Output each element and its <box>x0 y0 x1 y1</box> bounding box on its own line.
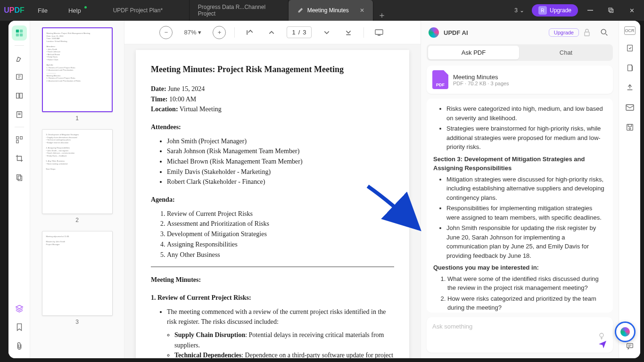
titlebar-right: 3 ⌄ R Upgrade ✕ <box>511 3 644 17</box>
svg-rect-3 <box>16 30 18 33</box>
ai-logo-icon <box>620 327 630 337</box>
convert-icon[interactable] <box>623 41 636 55</box>
tool-thumbnails[interactable] <box>12 25 27 41</box>
ai-input-container <box>427 317 613 353</box>
tab-doc-2[interactable]: Progress Data R...Channel Project <box>190 0 289 21</box>
svg-rect-12 <box>17 175 20 180</box>
thumbnail-2[interactable]: 3. Development of Mitigation Strategies•… <box>42 129 113 223</box>
ai-title: UPDF AI <box>444 29 544 36</box>
tool-highlight[interactable] <box>12 50 27 66</box>
document-page: Meeting Minutes: Project Risk Management… <box>136 50 409 358</box>
svg-rect-26 <box>627 344 633 348</box>
main-frame: Meeting Minutes: Project Risk Management… <box>8 21 640 358</box>
document-tabs: UPDF Project Plan* Progress Data R...Cha… <box>105 0 390 21</box>
right-rail: OCR <box>619 21 640 358</box>
zoom-out-button[interactable]: − <box>159 26 173 39</box>
ai-fab-button[interactable] <box>615 321 636 342</box>
menu-help[interactable]: Help <box>59 4 91 17</box>
document-scroll[interactable]: Meeting Minutes: Project Risk Management… <box>124 44 421 358</box>
svg-rect-11 <box>16 140 18 143</box>
last-page-button[interactable] <box>342 26 355 39</box>
svg-rect-5 <box>16 33 18 36</box>
tool-text[interactable] <box>12 69 27 84</box>
minimize-button[interactable] <box>582 3 599 17</box>
agenda-list: Review of Current Project Risks Assessme… <box>151 209 394 260</box>
tool-crop[interactable] <box>12 151 27 166</box>
avatar: R <box>538 6 547 15</box>
ai-tab-chat[interactable]: Chat <box>520 46 611 59</box>
thumb-num: 1 <box>42 115 113 122</box>
titlebar: UPDF File Help UPDF Project Plan* Progre… <box>0 0 644 21</box>
svg-rect-4 <box>19 30 22 33</box>
svg-rect-6 <box>19 33 22 36</box>
tab-label: Meeting Minutes <box>307 7 349 14</box>
svg-rect-9 <box>16 137 18 139</box>
ai-upgrade-button[interactable]: Upgrade <box>549 28 579 37</box>
tool-layers[interactable] <box>12 301 27 316</box>
tab-doc-3[interactable]: Meeting Minutes ✕ <box>289 0 373 21</box>
tool-organize[interactable] <box>12 132 27 147</box>
tab-doc-1[interactable]: UPDF Project Plan* <box>105 0 190 21</box>
tab-label: UPDF Project Plan* <box>113 7 163 14</box>
page-indicator[interactable]: 1 / 3 <box>287 26 311 38</box>
thumbnail-1[interactable]: Meeting Minutes: Project Risk Management… <box>42 27 113 122</box>
pdf-icon: PDF <box>432 70 448 89</box>
save-icon[interactable] <box>623 121 636 134</box>
mail-icon[interactable] <box>623 101 636 114</box>
thumbnails-panel: Meeting Minutes: Project Risk Management… <box>30 21 124 358</box>
ai-input[interactable] <box>432 321 607 332</box>
svg-rect-14 <box>375 30 383 34</box>
svg-point-25 <box>629 128 631 130</box>
upgrade-button[interactable]: R Upgrade <box>532 4 578 16</box>
document-area: − 87% ▾ + 1 / 3 Meeting Minutes: Project… <box>124 21 421 358</box>
ai-tabs: Ask PDF Chat <box>427 44 613 61</box>
present-button[interactable] <box>372 26 386 39</box>
compress-icon[interactable] <box>623 61 636 74</box>
svg-rect-10 <box>20 137 22 139</box>
tab-add-button[interactable]: ＋ <box>373 9 390 21</box>
svg-point-19 <box>600 333 603 337</box>
tab-label: Progress Data R...Channel Project <box>198 4 280 17</box>
svg-rect-24 <box>628 124 631 127</box>
svg-point-16 <box>601 29 606 34</box>
ai-tab-ask[interactable]: Ask PDF <box>428 46 519 59</box>
ai-panel: UPDF AI Upgrade Ask PDF Chat PDF Meeting… <box>421 21 619 358</box>
chevron-down-icon: ▾ <box>198 29 201 36</box>
doc-count[interactable]: 3 ⌄ <box>511 6 528 15</box>
prev-page-button[interactable] <box>265 26 278 39</box>
export-icon[interactable] <box>623 81 636 94</box>
ocr-icon[interactable]: OCR <box>624 26 636 35</box>
pencil-icon <box>297 7 304 14</box>
svg-rect-1 <box>609 8 612 11</box>
thumb-num: 2 <box>42 217 113 223</box>
thumbnail-3[interactable]: Meeting adjourned at 11:00.Minutes by Jo… <box>42 231 113 325</box>
thumb-num: 3 <box>42 319 113 325</box>
next-page-button[interactable] <box>320 26 333 39</box>
svg-rect-21 <box>627 65 632 71</box>
tool-attachment[interactable] <box>12 338 27 354</box>
lightbulb-icon[interactable] <box>598 332 605 339</box>
send-button[interactable] <box>598 339 607 349</box>
tool-duplicate[interactable] <box>12 170 27 185</box>
ai-doc-info: PDF · 70.2 KB · 3 pages <box>453 81 509 86</box>
svg-rect-22 <box>626 105 634 110</box>
maximize-button[interactable] <box>603 3 619 17</box>
chevron-down-icon: ⌄ <box>520 7 524 14</box>
lock-icon <box>584 29 590 36</box>
svg-rect-0 <box>587 10 593 11</box>
ai-header: UPDF AI Upgrade <box>421 21 619 44</box>
attendees-list: John Smith (Project Manager) Sarah Johns… <box>151 136 394 187</box>
zoom-in-button[interactable]: + <box>213 26 226 39</box>
left-rail <box>8 21 30 358</box>
zoom-level[interactable]: 87% ▾ <box>181 29 204 36</box>
tool-note[interactable] <box>12 107 27 122</box>
close-button[interactable]: ✕ <box>623 3 640 17</box>
menu-file[interactable]: File <box>28 4 57 17</box>
tool-book[interactable] <box>12 88 27 103</box>
first-page-button[interactable] <box>243 26 256 39</box>
tool-bookmark[interactable] <box>12 320 27 335</box>
ai-doc-card[interactable]: PDF Meeting Minutes PDF · 70.2 KB · 3 pa… <box>427 66 613 94</box>
svg-rect-15 <box>585 32 589 36</box>
search-icon[interactable] <box>598 26 611 39</box>
close-icon[interactable]: ✕ <box>360 7 364 14</box>
